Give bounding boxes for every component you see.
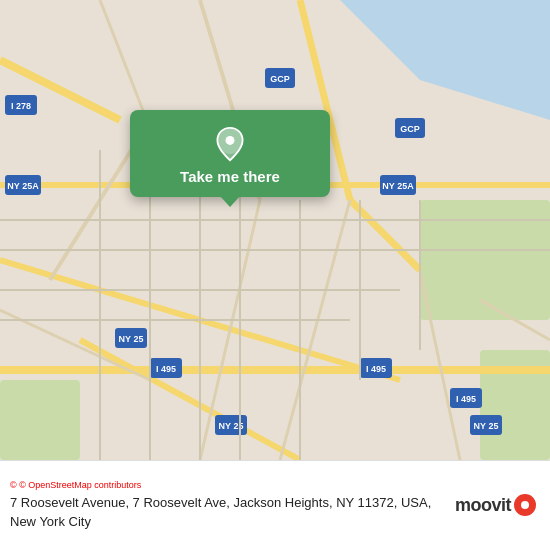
moovit-wordmark: moovit	[455, 495, 511, 516]
info-bar: © © OpenStreetMap contributors 7 Rooseve…	[0, 460, 550, 550]
svg-text:I 495: I 495	[366, 364, 386, 374]
location-popup[interactable]: Take me there	[130, 110, 330, 197]
moovit-dot-inner	[521, 501, 529, 509]
map-container[interactable]: I 278 NY 25A NY 25A GCP GCP NY 25 NY 25 …	[0, 0, 550, 460]
svg-text:GCP: GCP	[270, 74, 290, 84]
svg-text:NY 25: NY 25	[119, 334, 144, 344]
copyright-symbol: ©	[10, 480, 17, 490]
svg-text:NY 25A: NY 25A	[7, 181, 39, 191]
svg-text:GCP: GCP	[400, 124, 420, 134]
svg-text:NY 25: NY 25	[474, 421, 499, 431]
svg-text:I 495: I 495	[456, 394, 476, 404]
svg-point-55	[226, 136, 235, 145]
svg-text:I 495: I 495	[156, 364, 176, 374]
moovit-logo: moovit	[455, 494, 536, 516]
svg-text:NY 25A: NY 25A	[382, 181, 414, 191]
address-text: 7 Roosevelt Avenue, 7 Roosevelt Ave, Jac…	[10, 494, 445, 530]
location-pin-icon	[212, 126, 248, 162]
svg-rect-4	[0, 380, 80, 460]
moovit-dot-icon	[514, 494, 536, 516]
osm-credit: © © OpenStreetMap contributors	[10, 480, 536, 490]
popup-label: Take me there	[180, 168, 280, 185]
svg-text:I 278: I 278	[11, 101, 31, 111]
